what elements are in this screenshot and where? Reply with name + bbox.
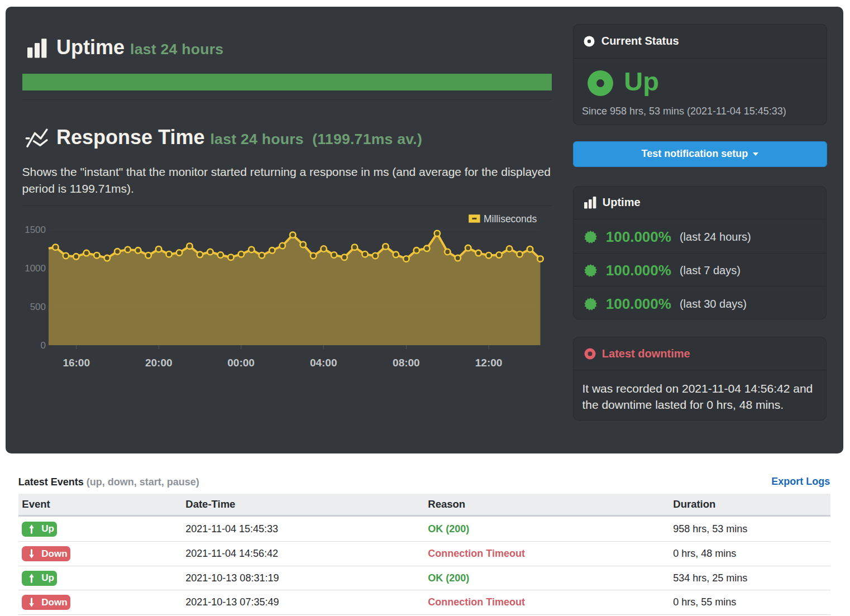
svg-text:1000: 1000 xyxy=(25,263,46,274)
svg-text:0: 0 xyxy=(41,340,46,351)
svg-text:04:00: 04:00 xyxy=(310,357,337,369)
svg-text:Milliseconds: Milliseconds xyxy=(484,213,537,225)
svg-text:12:00: 12:00 xyxy=(475,357,503,369)
svg-text:08:00: 08:00 xyxy=(393,357,420,369)
svg-text:16:00: 16:00 xyxy=(63,357,90,369)
svg-text:00:00: 00:00 xyxy=(227,357,255,369)
svg-text:1500: 1500 xyxy=(25,225,46,235)
svg-text:500: 500 xyxy=(30,302,46,312)
svg-text:20:00: 20:00 xyxy=(145,357,173,369)
